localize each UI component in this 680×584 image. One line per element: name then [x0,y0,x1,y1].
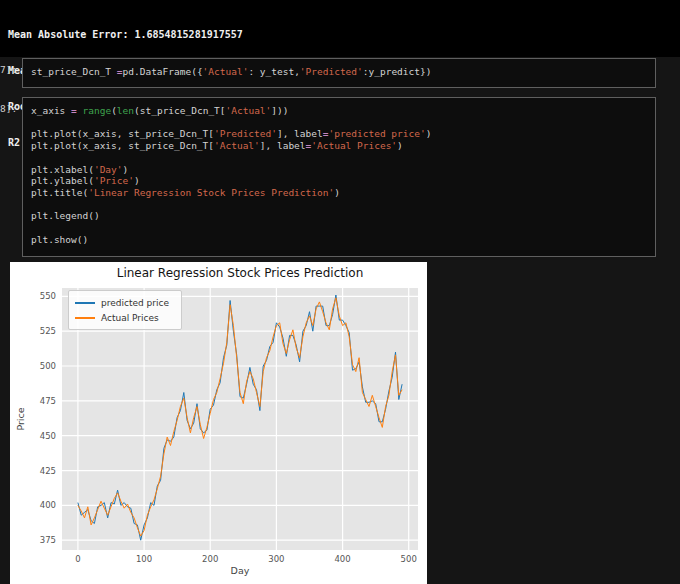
code-area[interactable]: x_axis = range(len(st_price_Dcn_T['Actua… [31,105,649,245]
code-line: st_price_Dcn_T =pd.DataFrame({'Actual': … [31,66,649,78]
chart-title: Linear Regression Stock Prices Predictio… [62,266,418,280]
legend-label: Actual Prices [101,313,159,323]
legend-line-sample [75,302,95,304]
y-tick-label: 525 [30,326,56,336]
y-axis-label: Price [15,399,27,439]
code-line: plt.show() [31,234,649,246]
code-area[interactable]: st_price_Dcn_T =pd.DataFrame({'Actual': … [31,66,649,78]
y-tick-label: 550 [30,291,56,301]
x-tick-label: 200 [198,554,222,564]
metric-line: Mean Absolute Error: 1.6854815281917557 [8,29,680,41]
x-tick-label: 400 [331,554,355,564]
code-line [31,117,649,129]
x-tick-label: 300 [264,554,288,564]
y-tick-label: 475 [30,396,56,406]
notebook-root: { "theme": { "page_bg": "#151515", "stdo… [0,0,680,584]
code-line: plt.title('Linear Regression Stock Price… [31,187,649,199]
chart-legend: predicted priceActual Prices [68,290,182,330]
x-tick-label: 100 [132,554,156,564]
cell-prompt: 7]: [0,64,20,75]
x-axis-label: Day [62,565,418,576]
code-line [31,199,649,211]
code-line: plt.plot(x_axis, st_price_Dcn_T['Predict… [31,128,649,140]
code-line: plt.xlabel('Day') [31,164,649,176]
code-line: plt.legend() [31,210,649,222]
x-tick-label: 500 [397,554,421,564]
legend-entry: predicted price [75,295,175,310]
cell-prompt: 8]: [0,103,20,114]
execution-output-metrics: Mean Absolute Error: 1.6854815281917557 … [0,0,680,57]
y-tick-label: 400 [30,500,56,510]
code-line [31,222,649,234]
x-tick-label: 0 [66,554,90,564]
code-line: x_axis = range(len(st_price_Dcn_T['Actua… [31,105,649,117]
code-cell[interactable]: st_price_Dcn_T =pd.DataFrame({'Actual': … [22,58,656,88]
figure-output: Linear Regression Stock Prices Predictio… [10,262,427,584]
code-line [31,152,649,164]
y-tick-label: 425 [30,466,56,476]
y-tick-label: 375 [30,535,56,545]
legend-entry: Actual Prices [75,310,175,325]
code-line: plt.ylabel('Price') [31,175,649,187]
legend-line-sample [75,317,95,319]
code-line: plt.plot(x_axis, st_price_Dcn_T['Actual'… [31,140,649,152]
y-tick-label: 500 [30,361,56,371]
series-line [78,298,402,536]
legend-label: predicted price [101,298,169,308]
code-cell[interactable]: x_axis = range(len(st_price_Dcn_T['Actua… [22,97,656,257]
y-tick-label: 450 [30,431,56,441]
